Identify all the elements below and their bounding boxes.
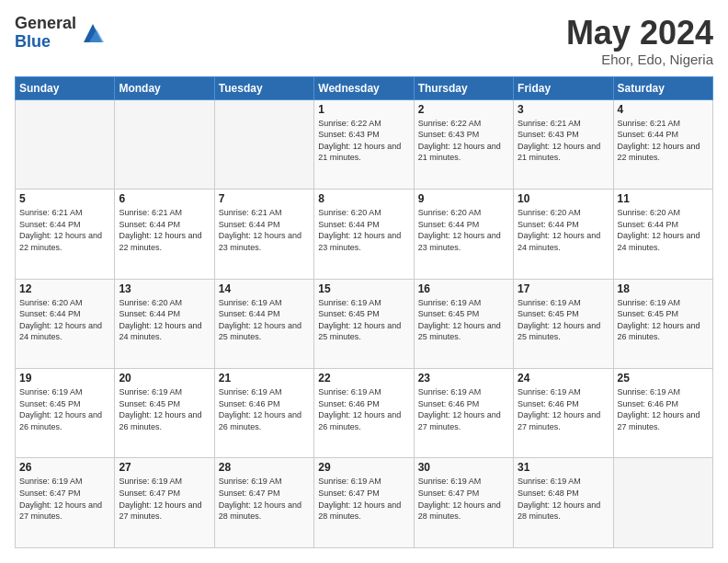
day-number: 14 [219, 282, 310, 295]
day-info: Sunrise: 6:21 AMSunset: 6:44 PMDaylight:… [618, 119, 700, 163]
day-info: Sunrise: 6:20 AMSunset: 6:44 PMDaylight:… [418, 208, 501, 252]
day-number: 20 [119, 372, 210, 385]
day-info: Sunrise: 6:20 AMSunset: 6:44 PMDaylight:… [119, 298, 201, 342]
table-row: 23Sunrise: 6:19 AMSunset: 6:46 PMDayligh… [414, 369, 513, 458]
day-number: 11 [618, 192, 709, 205]
day-number: 21 [219, 372, 310, 385]
day-info: Sunrise: 6:19 AMSunset: 6:45 PMDaylight:… [318, 298, 401, 342]
table-row: 27Sunrise: 6:19 AMSunset: 6:47 PMDayligh… [115, 458, 214, 548]
day-info: Sunrise: 6:21 AMSunset: 6:44 PMDaylight:… [119, 208, 201, 252]
calendar-header-row: Sunday Monday Tuesday Wednesday Thursday… [16, 76, 713, 99]
day-number: 3 [518, 103, 609, 116]
table-row: 30Sunrise: 6:19 AMSunset: 6:47 PMDayligh… [414, 458, 513, 548]
day-info: Sunrise: 6:21 AMSunset: 6:44 PMDaylight:… [219, 208, 301, 252]
day-info: Sunrise: 6:19 AMSunset: 6:45 PMDaylight:… [19, 387, 102, 431]
day-info: Sunrise: 6:19 AMSunset: 6:45 PMDaylight:… [418, 298, 501, 342]
col-sunday: Sunday [16, 76, 115, 99]
day-number: 23 [418, 372, 509, 385]
col-wednesday: Wednesday [314, 76, 414, 99]
calendar-week-row: 1Sunrise: 6:22 AMSunset: 6:43 PMDaylight… [16, 99, 713, 189]
day-number: 19 [19, 372, 110, 385]
day-number: 15 [318, 282, 409, 295]
table-row: 15Sunrise: 6:19 AMSunset: 6:45 PMDayligh… [314, 279, 414, 368]
table-row: 14Sunrise: 6:19 AMSunset: 6:44 PMDayligh… [214, 279, 313, 368]
table-row: 22Sunrise: 6:19 AMSunset: 6:46 PMDayligh… [314, 369, 414, 458]
table-row: 1Sunrise: 6:22 AMSunset: 6:43 PMDaylight… [314, 99, 414, 189]
day-info: Sunrise: 6:19 AMSunset: 6:46 PMDaylight:… [318, 387, 401, 431]
table-row: 28Sunrise: 6:19 AMSunset: 6:47 PMDayligh… [214, 458, 313, 548]
title-block: May 2024 Ehor, Edo, Nigeria [566, 15, 713, 67]
day-number: 7 [219, 192, 310, 205]
table-row: 26Sunrise: 6:19 AMSunset: 6:47 PMDayligh… [16, 458, 115, 548]
day-info: Sunrise: 6:19 AMSunset: 6:45 PMDaylight:… [119, 387, 201, 431]
day-number: 2 [418, 103, 509, 116]
day-number: 25 [618, 372, 709, 385]
table-row [115, 99, 214, 189]
table-row: 18Sunrise: 6:19 AMSunset: 6:45 PMDayligh… [613, 279, 712, 368]
day-number: 27 [119, 461, 210, 474]
logo-icon [80, 20, 106, 46]
day-info: Sunrise: 6:19 AMSunset: 6:46 PMDaylight:… [418, 387, 501, 431]
col-tuesday: Tuesday [214, 76, 313, 99]
day-info: Sunrise: 6:19 AMSunset: 6:45 PMDaylight:… [618, 298, 700, 342]
table-row: 4Sunrise: 6:21 AMSunset: 6:44 PMDaylight… [613, 99, 712, 189]
table-row: 6Sunrise: 6:21 AMSunset: 6:44 PMDaylight… [115, 190, 214, 279]
table-row [613, 458, 712, 548]
table-row: 17Sunrise: 6:19 AMSunset: 6:45 PMDayligh… [514, 279, 613, 368]
day-info: Sunrise: 6:21 AMSunset: 6:44 PMDaylight:… [19, 208, 102, 252]
day-info: Sunrise: 6:19 AMSunset: 6:47 PMDaylight:… [119, 477, 201, 521]
day-number: 22 [318, 372, 409, 385]
day-number: 28 [219, 461, 310, 474]
day-number: 24 [518, 372, 609, 385]
day-info: Sunrise: 6:22 AMSunset: 6:43 PMDaylight:… [318, 119, 401, 163]
calendar-week-row: 12Sunrise: 6:20 AMSunset: 6:44 PMDayligh… [16, 279, 713, 368]
table-row: 9Sunrise: 6:20 AMSunset: 6:44 PMDaylight… [414, 190, 513, 279]
day-number: 30 [418, 461, 509, 474]
day-info: Sunrise: 6:20 AMSunset: 6:44 PMDaylight:… [19, 298, 102, 342]
day-number: 9 [418, 192, 509, 205]
col-thursday: Thursday [414, 76, 513, 99]
day-number: 13 [119, 282, 210, 295]
col-saturday: Saturday [613, 76, 712, 99]
table-row: 25Sunrise: 6:19 AMSunset: 6:46 PMDayligh… [613, 369, 712, 458]
header: General Blue May 2024 Ehor, Edo, Nigeria [15, 15, 713, 67]
table-row: 20Sunrise: 6:19 AMSunset: 6:45 PMDayligh… [115, 369, 214, 458]
table-row: 2Sunrise: 6:22 AMSunset: 6:43 PMDaylight… [414, 99, 513, 189]
day-info: Sunrise: 6:19 AMSunset: 6:45 PMDaylight:… [518, 298, 600, 342]
day-number: 17 [518, 282, 609, 295]
table-row: 5Sunrise: 6:21 AMSunset: 6:44 PMDaylight… [16, 190, 115, 279]
table-row: 16Sunrise: 6:19 AMSunset: 6:45 PMDayligh… [414, 279, 513, 368]
table-row: 11Sunrise: 6:20 AMSunset: 6:44 PMDayligh… [613, 190, 712, 279]
day-number: 26 [19, 461, 110, 474]
table-row: 7Sunrise: 6:21 AMSunset: 6:44 PMDaylight… [214, 190, 313, 279]
calendar-table: Sunday Monday Tuesday Wednesday Thursday… [15, 76, 713, 548]
logo-general: General [15, 15, 76, 33]
table-row: 31Sunrise: 6:19 AMSunset: 6:48 PMDayligh… [514, 458, 613, 548]
day-info: Sunrise: 6:20 AMSunset: 6:44 PMDaylight:… [518, 208, 600, 252]
month-title: May 2024 [566, 15, 713, 52]
day-number: 6 [119, 192, 210, 205]
day-info: Sunrise: 6:20 AMSunset: 6:44 PMDaylight:… [318, 208, 401, 252]
day-info: Sunrise: 6:19 AMSunset: 6:46 PMDaylight:… [518, 387, 600, 431]
table-row: 8Sunrise: 6:20 AMSunset: 6:44 PMDaylight… [314, 190, 414, 279]
col-friday: Friday [514, 76, 613, 99]
location: Ehor, Edo, Nigeria [566, 52, 713, 67]
day-number: 31 [518, 461, 609, 474]
day-info: Sunrise: 6:22 AMSunset: 6:43 PMDaylight:… [418, 119, 501, 163]
table-row: 24Sunrise: 6:19 AMSunset: 6:46 PMDayligh… [514, 369, 613, 458]
page: General Blue May 2024 Ehor, Edo, Nigeria… [0, 0, 728, 563]
calendar-week-row: 5Sunrise: 6:21 AMSunset: 6:44 PMDaylight… [16, 190, 713, 279]
calendar-week-row: 26Sunrise: 6:19 AMSunset: 6:47 PMDayligh… [16, 458, 713, 548]
table-row: 29Sunrise: 6:19 AMSunset: 6:47 PMDayligh… [314, 458, 414, 548]
day-info: Sunrise: 6:19 AMSunset: 6:46 PMDaylight:… [618, 387, 700, 431]
table-row [16, 99, 115, 189]
day-info: Sunrise: 6:19 AMSunset: 6:48 PMDaylight:… [518, 477, 600, 521]
table-row: 13Sunrise: 6:20 AMSunset: 6:44 PMDayligh… [115, 279, 214, 368]
table-row: 21Sunrise: 6:19 AMSunset: 6:46 PMDayligh… [214, 369, 313, 458]
table-row: 12Sunrise: 6:20 AMSunset: 6:44 PMDayligh… [16, 279, 115, 368]
day-info: Sunrise: 6:19 AMSunset: 6:46 PMDaylight:… [219, 387, 301, 431]
table-row: 10Sunrise: 6:20 AMSunset: 6:44 PMDayligh… [514, 190, 613, 279]
day-info: Sunrise: 6:19 AMSunset: 6:47 PMDaylight:… [318, 477, 401, 521]
day-number: 4 [618, 103, 709, 116]
day-number: 1 [318, 103, 409, 116]
